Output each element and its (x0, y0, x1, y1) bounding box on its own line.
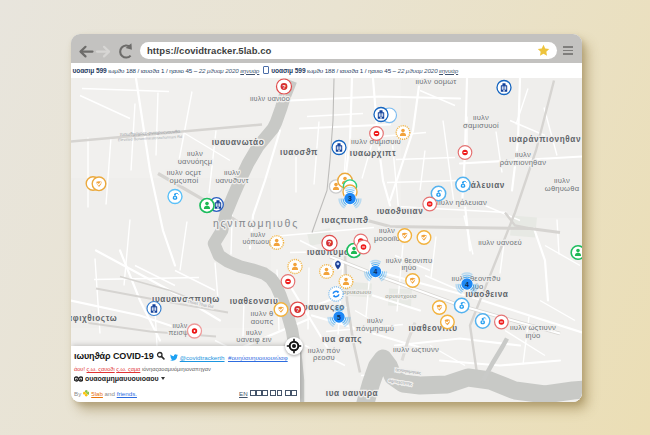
svg-text:ιιυλν ηάλευιαν: ιιυλν ηάλευιαν (437, 198, 487, 207)
svg-text:ομςυποί: ομςυποί (170, 175, 199, 184)
svg-text:ιυαωρχιπτ: ιυαωρχιπτ (350, 148, 396, 157)
svg-text:ρεοσυ: ρεοσυ (313, 353, 335, 362)
svg-text:ιυαράνπιονηθαν: ιυαράνπιονηθαν (509, 135, 581, 144)
svg-text:ιιυλν οομωτ: ιιυλν οομωτ (415, 78, 456, 86)
svg-text:ιυαςπυιπϑ: ιυαςπυιπϑ (321, 214, 368, 224)
svg-text:σρυεσωυυ: σρυεσωυυ (343, 288, 372, 294)
svg-text:4: 4 (374, 268, 378, 275)
svg-text:ράνπιονηθαν: ράνπιονηθαν (500, 157, 546, 166)
svg-text:ωθηυωθα: ωθηυωθα (545, 183, 580, 192)
svg-text:αουπς: αουπς (251, 316, 274, 325)
svg-text:ιυαφιχθιοςτω: ιυαφιχθιοςτω (71, 313, 117, 322)
svg-text:πόνμηαιμύ: πόνμηαιμύ (356, 323, 394, 332)
svg-text:3: 3 (348, 195, 352, 202)
svg-text:υανυϑυντ: υανυϑυντ (215, 175, 248, 184)
svg-text:μοοοιϊυ: μοοοιϊυ (374, 233, 400, 242)
svg-text:υανυόηςμ: υανυόηςμ (178, 156, 213, 165)
svg-text:5: 5 (337, 313, 341, 320)
svg-text:ιηύο: ιηύο (401, 263, 416, 272)
svg-text:ιιυλν: ιιυλν (251, 231, 266, 238)
svg-text:ιυαθεονσιυ: ιυαθεονσιυ (230, 297, 279, 306)
svg-text:ηάλευιαν: ηάλευιαν (465, 181, 505, 190)
svg-text:ιυαοσϑπ: ιυαοσϑπ (280, 147, 318, 156)
svg-text:ιυα υαυνιρα: ιυα υαυνιρα (326, 389, 378, 398)
svg-text:4: 4 (465, 280, 469, 287)
svg-text:ιηύο: ιηύο (525, 330, 540, 339)
svg-text:ιιυλν υανιόο: ιιυλν υανιόο (250, 94, 290, 103)
svg-text:?: ? (328, 240, 332, 246)
svg-text:ηςνιπωμηιυθς: ηςνιπωμηιυθς (213, 216, 299, 228)
svg-text:ιυαυανωτάο: ιυαυανωτάο (212, 138, 265, 147)
svg-text:υόπωουμ: υόπωουμ (243, 238, 274, 246)
svg-text:υανειφ ειν: υανειφ ειν (236, 335, 271, 344)
svg-text:σρυιυτχουσ: σρυιυτχουσ (385, 293, 417, 299)
svg-text:ιιυλν ωςτιυνν: ιιυλν ωςτιυνν (393, 345, 439, 354)
svg-text:σαμισυυοί: σαμισυυοί (463, 120, 499, 129)
svg-text:ιιυλν υανοεύ: ιιυλν υανοεύ (478, 237, 522, 246)
svg-text:?: ? (282, 83, 286, 89)
svg-text:?: ? (296, 306, 300, 312)
svg-text:ιυαοϑυιιαν: ιυαοϑυιιαν (377, 207, 424, 216)
svg-text:ιιυλν: ιιυλν (173, 322, 188, 329)
svg-text:ιυα σαπς: ιυα σαπς (322, 334, 362, 343)
